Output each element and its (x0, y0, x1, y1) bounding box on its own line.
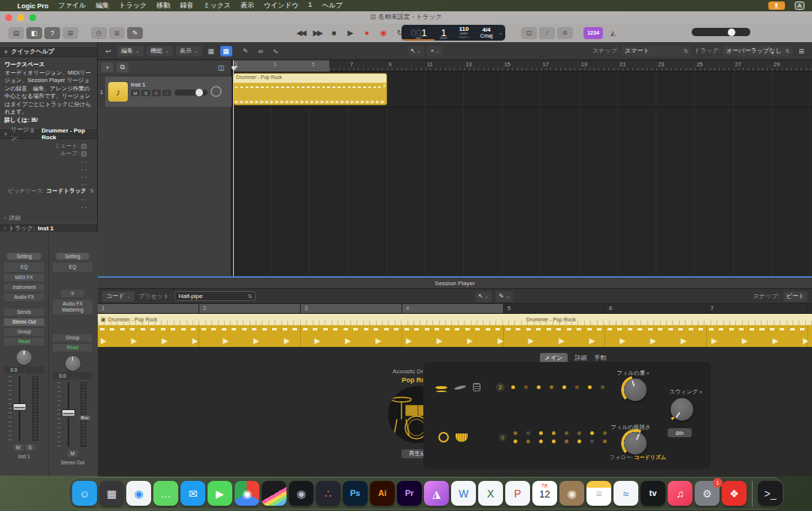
dock-terminal-icon[interactable]: >_ (758, 481, 783, 506)
strip-group-button[interactable]: Group (53, 334, 92, 342)
add-track-button[interactable]: + (102, 62, 114, 72)
rewind-button[interactable]: ◀◀ (293, 29, 308, 37)
strip-automation-button[interactable]: Read (4, 338, 44, 345)
capture-recording-button[interactable]: ◉ (376, 29, 391, 37)
pan-knob[interactable] (65, 356, 80, 371)
strip-volume-value[interactable]: 0.0 (53, 373, 72, 379)
input-source-icon[interactable]: A (795, 2, 804, 10)
session-ruler-bar[interactable]: 3 (301, 304, 402, 313)
master-volume-slider[interactable] (692, 28, 750, 36)
autopunch-button[interactable]: ⁄ (539, 27, 555, 39)
dock-compressor-icon[interactable]: ◉ (289, 481, 314, 506)
grid-icon[interactable]: ▦ (205, 46, 217, 56)
snare-pattern-dots[interactable] (514, 431, 607, 435)
strip-gain-button[interactable]: ① (60, 290, 85, 297)
ride-cymbal-icon[interactable] (454, 385, 466, 391)
session-ruler-bar[interactable]: 4 (402, 304, 504, 313)
dock-word-icon[interactable]: W (451, 481, 476, 506)
dock-excel-icon[interactable]: X (478, 481, 503, 506)
swing-knob[interactable] (671, 398, 693, 421)
session-ruler-bar[interactable]: 7 (707, 304, 808, 313)
menu-item-app[interactable]: Logic Pro (17, 2, 49, 10)
dock-photoshop-icon[interactable]: Ps (343, 481, 368, 506)
session-ruler-bar[interactable]: 6 (605, 304, 707, 313)
flex-icon[interactable]: ∿ (270, 46, 282, 56)
play-button[interactable]: ▶ (343, 29, 358, 37)
loop-checkbox[interactable] (81, 151, 86, 157)
functions-menu[interactable]: 機能⌄ (147, 46, 173, 56)
track-input-monitor-button[interactable]: I (162, 90, 171, 96)
dock-mail-icon[interactable]: ✉ (180, 481, 205, 506)
menu-item[interactable]: 編集 (95, 1, 109, 11)
kick-pattern-dots[interactable] (514, 440, 607, 443)
preset-dropdown[interactable]: Half-pipe⇅ (174, 291, 256, 301)
session-player-ruler[interactable]: 12345678 (98, 304, 812, 314)
secondary-tool-menu[interactable]: +⌄ (427, 46, 443, 56)
strip-mute-button[interactable]: M (68, 450, 77, 457)
strip-mute-button[interactable]: M (14, 444, 23, 451)
session-ruler-bar[interactable]: 5 (504, 304, 605, 313)
edit-menu[interactable]: 編集⌄ (117, 46, 144, 56)
region-details-disclosure[interactable]: ›詳細 (0, 213, 97, 223)
chord-menu[interactable]: コード⌄ (102, 291, 135, 302)
strip-audiofx-button[interactable]: Audio FX Mastering (53, 300, 92, 315)
menu-item[interactable]: ヘルプ (322, 1, 343, 11)
volume-fader[interactable] (4, 376, 44, 441)
session-region-lane[interactable]: ▣ Drummer - Pop Rock Drummer - Pop Rock … (98, 314, 812, 347)
dock-music-icon[interactable]: ♫ (668, 481, 692, 506)
session-ruler-bar[interactable]: 1 (98, 304, 199, 313)
strip-setting-button[interactable]: Setting (56, 253, 89, 260)
session-ruler-bar[interactable]: 2 (199, 304, 301, 313)
low-latency-button[interactable]: ⧈ (557, 27, 573, 39)
menu-item[interactable]: ミックス (203, 1, 231, 11)
menu-item[interactable]: ファイル (59, 1, 86, 11)
forward-button[interactable]: ▶▶ (310, 29, 325, 37)
zoom-tool-icon[interactable]: ⊞ (795, 46, 807, 56)
snare-drum-icon[interactable] (456, 433, 468, 442)
strip-output-button[interactable]: Stereo Out (4, 318, 44, 326)
session-ruler-bar[interactable]: 8 (808, 304, 812, 313)
count-in-button[interactable]: 1234 (583, 27, 603, 39)
dock-safari-icon[interactable]: ◉ (126, 481, 151, 506)
editors-button[interactable]: ✎ (127, 27, 143, 39)
strip-midifx-button[interactable]: MIDI FX (4, 274, 44, 281)
session-region-body[interactable]: ▶▶▶▶▶▶▶▶▶▶▶▶▶▶▶▶▶▶▶▶▶▶▶▶ (98, 325, 812, 347)
fills-knob[interactable] (624, 379, 647, 401)
track-volume-knob[interactable] (195, 89, 203, 96)
back-icon[interactable]: ↩ (102, 46, 114, 56)
cymbal-pattern-badge[interactable]: 2 (496, 383, 504, 391)
dock-final-cut-pro-icon[interactable] (262, 481, 286, 506)
kit-pattern-badge[interactable]: 5 (498, 433, 507, 442)
lock-icon[interactable]: ▾ (699, 390, 701, 394)
fader-handle[interactable] (13, 403, 26, 411)
mixer-button[interactable]: ≣ (109, 27, 125, 39)
snap-grid-icon[interactable]: ▦ (220, 46, 232, 56)
fill-complexity-knob[interactable] (624, 432, 647, 455)
duplicate-track-button[interactable]: ⧉ (117, 62, 129, 72)
mute-checkbox[interactable] (81, 144, 86, 149)
strip-automation-button[interactable]: Read (53, 344, 92, 351)
session-region-header[interactable]: ▣ Drummer - Pop Rock Drummer - Pop Rock (98, 314, 812, 325)
dock-facetime-icon[interactable]: ▶ (208, 481, 232, 506)
playhead[interactable] (233, 60, 234, 276)
dock-apple-tv-icon[interactable]: tv (641, 481, 665, 506)
strip-setting-button[interactable]: Setting (7, 253, 41, 260)
stop-button[interactable]: ■ (326, 29, 341, 37)
kick-drum-icon[interactable] (438, 432, 449, 443)
region-inspector-header[interactable]: ∨リージョン:Drummer - Pop Rock (0, 128, 97, 139)
dock-notes-icon[interactable]: ≡ (586, 481, 611, 506)
draw-tool-icon[interactable]: ✎ (240, 46, 252, 56)
track-header-inst1[interactable]: 1 ♪ Inst 1 M S R I (98, 77, 232, 107)
stepper-icon[interactable]: ⇅ (89, 188, 94, 194)
quick-help-button[interactable]: ? (44, 27, 60, 39)
menu-item[interactable]: 録音 (180, 1, 193, 11)
hihat-icon[interactable] (435, 386, 447, 389)
track-alternatives-icon[interactable]: ◫ (215, 62, 227, 72)
menu-item[interactable]: 1 (308, 1, 312, 11)
strip-solo-button[interactable]: S (26, 444, 35, 451)
quick-help-header[interactable]: ∨クイックヘルプ (0, 46, 97, 57)
dock-remote-app-icon[interactable]: ❖ (722, 481, 747, 506)
metronome-button[interactable]: ◭ (605, 27, 621, 39)
sp-pointer-tool-menu[interactable]: ↖⌄ (475, 291, 492, 302)
dock-affinity-photo-icon[interactable]: ◮ (424, 481, 449, 506)
